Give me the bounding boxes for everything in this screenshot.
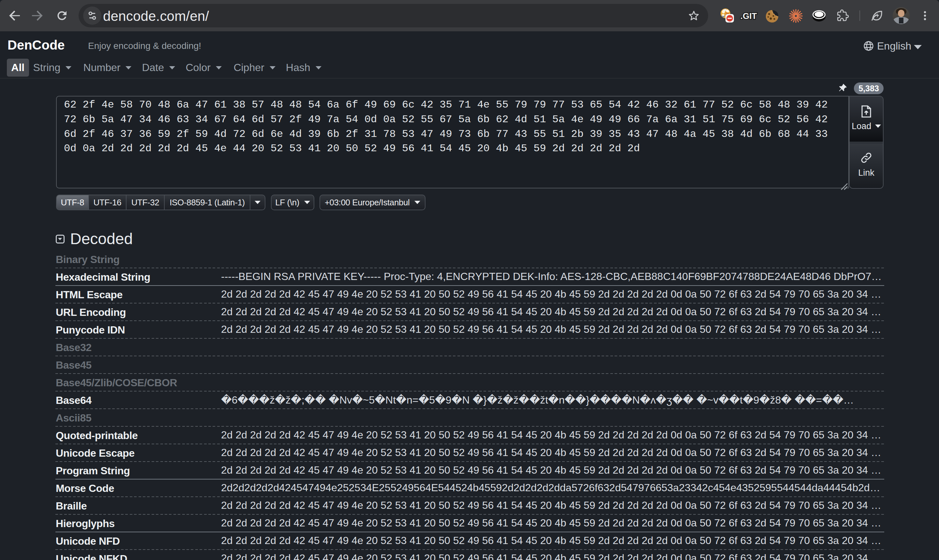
svg-text:.GIT: .GIT (740, 11, 757, 21)
